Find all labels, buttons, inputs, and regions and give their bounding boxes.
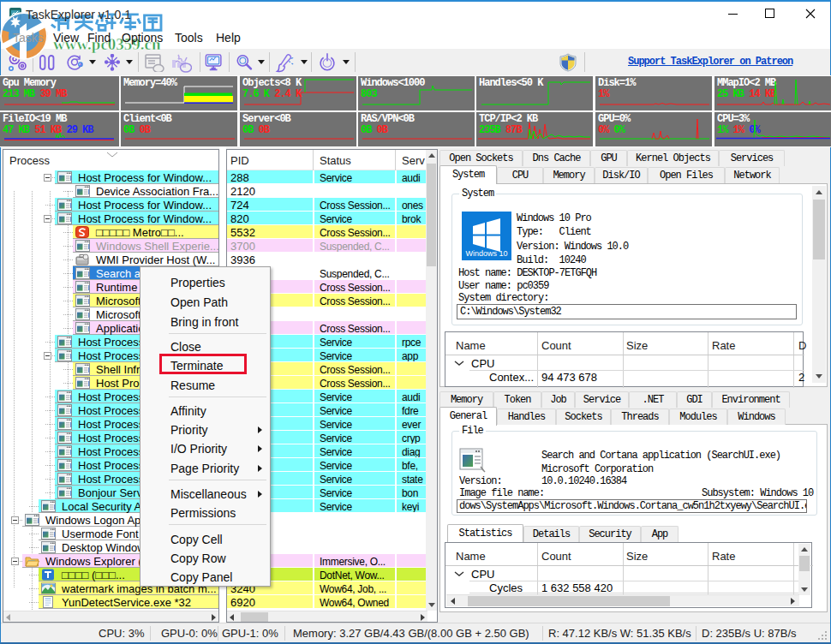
svg-text:Windows 10: Windows 10 <box>465 249 507 258</box>
